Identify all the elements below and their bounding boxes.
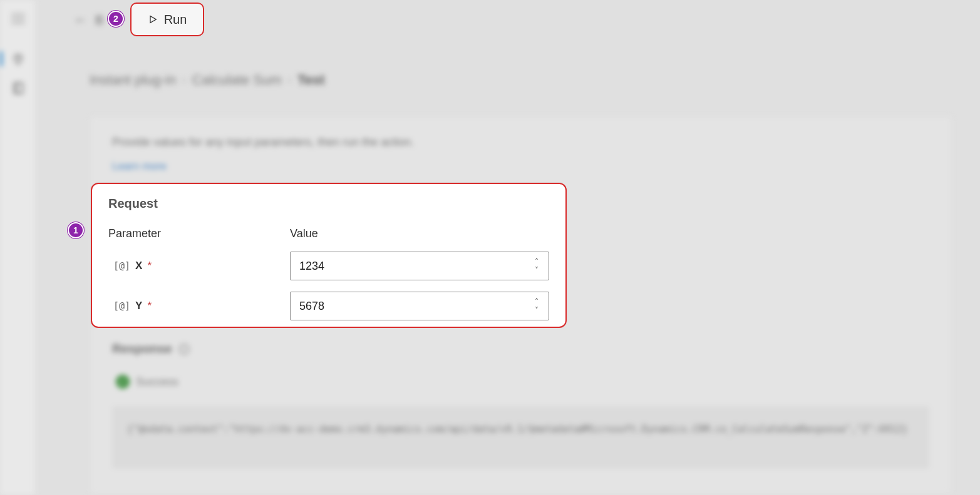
response-heading: Response i <box>112 342 929 356</box>
param-at-icon: [@] <box>113 260 130 272</box>
breadcrumb-current: Test <box>297 72 325 88</box>
info-icon[interactable]: i <box>178 344 190 355</box>
callout-badge-2: 2 <box>108 11 124 27</box>
param-value-input-x[interactable] <box>290 252 549 280</box>
menu-icon[interactable] <box>11 14 25 24</box>
callout-badge-1: 1 <box>68 222 84 238</box>
number-stepper[interactable]: ˄ ˅ <box>528 253 545 278</box>
chevron-right-icon: › <box>288 74 291 86</box>
request-heading: Request <box>108 196 549 211</box>
required-indicator: * <box>147 300 152 312</box>
play-icon <box>148 14 158 24</box>
breadcrumb-item[interactable]: Instant plug-in <box>90 72 176 88</box>
chevron-up-icon[interactable]: ˄ <box>528 257 545 266</box>
chevron-up-icon[interactable]: ˄ <box>528 297 545 306</box>
param-value-input-y[interactable] <box>290 292 549 320</box>
svg-marker-1 <box>150 16 156 23</box>
param-label-x: [@] X * <box>108 260 290 272</box>
left-rail <box>0 0 36 495</box>
run-button[interactable]: Run <box>130 3 204 36</box>
instructions-text: Provide values for any input parameters,… <box>112 136 929 149</box>
chevron-down-icon[interactable]: ˅ <box>528 306 545 315</box>
back-arrow-icon[interactable]: ← <box>74 12 88 28</box>
param-name: X <box>135 260 142 272</box>
plug-icon[interactable] <box>10 51 26 68</box>
param-name: Y <box>135 300 142 312</box>
status-label: Success <box>136 375 178 389</box>
breadcrumb-item[interactable]: Calculate Sum <box>192 72 282 88</box>
notebook-icon[interactable] <box>10 80 26 96</box>
param-label-y: [@] Y * <box>108 300 290 312</box>
request-section: Request Parameter Value [@] X * ˄ ˅ [@] … <box>91 183 567 328</box>
svg-rect-0 <box>14 83 23 94</box>
chevron-right-icon: › <box>182 74 185 86</box>
column-header-parameter: Parameter <box>108 227 290 240</box>
param-at-icon: [@] <box>113 300 130 312</box>
response-status: ✓ Success <box>112 375 929 389</box>
back-label: B <box>95 13 103 28</box>
rail-active-indicator <box>0 51 3 66</box>
breadcrumb: Instant plug-in › Calculate Sum › Test <box>90 72 952 88</box>
number-stepper[interactable]: ˄ ˅ <box>528 293 545 319</box>
check-icon: ✓ <box>116 375 130 389</box>
required-indicator: * <box>147 260 152 272</box>
response-body: {"@odata.context":"https://dv-acc-demo.c… <box>112 406 929 469</box>
chevron-down-icon[interactable]: ˅ <box>528 266 545 275</box>
column-header-value: Value <box>290 227 549 240</box>
run-button-label: Run <box>164 13 187 27</box>
learn-more-link[interactable]: Learn more <box>112 160 167 173</box>
